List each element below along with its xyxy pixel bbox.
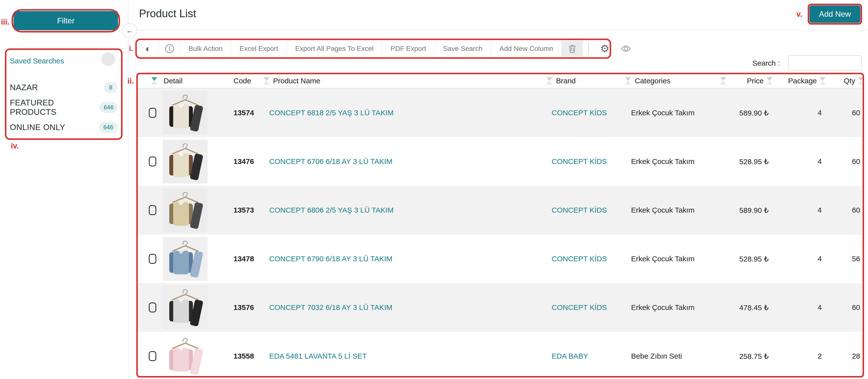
filter-funnel-icon[interactable] (720, 77, 726, 85)
visibility-button[interactable] (615, 40, 637, 57)
filter-button[interactable]: Filter (13, 11, 118, 30)
filter-funnel-icon[interactable] (625, 77, 631, 85)
saved-searches-collapse-button[interactable] (101, 53, 115, 66)
package-value: 4 (773, 206, 826, 214)
qty-value: 60 (826, 157, 864, 166)
saved-search-item-online-only[interactable]: ONLINE ONLY 646 (10, 120, 118, 134)
brand-link[interactable]: CONCEPT KİDS (552, 303, 607, 312)
pdf-export-button[interactable]: PDF Export (382, 40, 435, 57)
category-label: Erkek Çocuk Takım (625, 206, 718, 214)
brand-link[interactable]: CONCEPT KİDS (552, 109, 607, 117)
column-header-brand[interactable]: Brand (546, 77, 625, 85)
saved-search-label: NAZAR (10, 83, 38, 92)
annotation-label-iv: iv. (11, 142, 19, 150)
row-checkbox[interactable] (149, 157, 156, 166)
category-label: Erkek Çocuk Takım (625, 109, 718, 117)
package-value: 4 (773, 303, 826, 312)
product-image[interactable] (163, 91, 208, 135)
saved-search-label: ONLINE ONLY (10, 123, 65, 132)
table-row: 13478 CONCEPT 6790 6/18 AY 3 LÜ TAKIM CO… (138, 235, 864, 283)
add-new-column-button[interactable]: Add New Column (491, 40, 562, 57)
product-code: 13574 (229, 109, 263, 117)
table-row: 13573 CONCEPT 6806 2/5 YAŞ 3 LÜ TAKIM CO… (138, 186, 864, 235)
package-value: 4 (773, 109, 826, 117)
collapse-sidebar-button[interactable]: ← (122, 23, 137, 38)
product-table: Detail Code Product Name Brand Categorie… (138, 74, 864, 378)
filter-funnel-icon[interactable] (819, 77, 826, 85)
row-checkbox[interactable] (149, 108, 156, 118)
table-body: 13574 CONCEPT 6818 2/5 YAŞ 3 LÜ TAKIM CO… (138, 89, 864, 378)
filter-funnel-icon[interactable] (858, 77, 864, 85)
excel-export-button[interactable]: Excel Export (231, 40, 287, 57)
gear-icon: ⚙ (600, 43, 610, 54)
column-header-price[interactable]: Price (718, 77, 773, 85)
price-value: 528.95 ₺ (718, 157, 773, 166)
annotation-label-v: v. (797, 10, 802, 19)
product-image[interactable] (163, 140, 208, 183)
settings-button[interactable]: ⚙ (594, 40, 615, 57)
row-checkbox[interactable] (149, 205, 156, 215)
product-name-link[interactable]: EDA 5481 LAVANTA 5 Lİ SET (269, 352, 367, 360)
price-value: 528.95 ₺ (718, 255, 773, 263)
column-header-categories[interactable]: Categories (625, 77, 718, 85)
column-header-qty[interactable]: Qty (826, 77, 864, 85)
filter-funnel-icon[interactable] (766, 77, 773, 85)
product-image[interactable] (163, 237, 208, 281)
product-name-link[interactable]: CONCEPT 6818 2/5 YAŞ 3 LÜ TAKIM (269, 109, 394, 117)
package-value: 4 (773, 255, 826, 263)
toggle-outline-button[interactable] (159, 40, 180, 57)
price-value: 258.75 ₺ (718, 352, 773, 360)
category-label: Erkek Çocuk Takım (625, 255, 718, 263)
bulk-action-button[interactable]: Bulk Action (180, 40, 231, 57)
page-title: Product List (139, 7, 196, 20)
save-search-button[interactable]: Save Search (435, 40, 491, 57)
category-label: Bebe Zıbın Seti (625, 352, 718, 360)
toggle-half-icon: ◐ (146, 44, 151, 53)
product-name-link[interactable]: CONCEPT 6790 6/18 AY 3 LÜ TAKIM (269, 255, 393, 263)
row-checkbox[interactable] (149, 254, 156, 264)
table-row: 13476 CONCEPT 6706 6/18 AY 3 LÜ TAKIM CO… (138, 137, 864, 186)
brand-link[interactable]: CONCEPT KİDS (552, 255, 607, 263)
qty-value: 60 (826, 206, 864, 214)
toggle-outline-icon (165, 44, 174, 53)
saved-search-count-badge: 8 (104, 82, 118, 93)
filter-funnel-icon[interactable] (546, 77, 553, 85)
product-code: 13576 (229, 303, 263, 312)
toggle-half-button[interactable]: ◐ (138, 40, 159, 57)
product-image[interactable] (163, 188, 208, 232)
qty-value: 56 (826, 255, 864, 263)
search-input[interactable] (788, 55, 862, 71)
row-checkbox[interactable] (149, 351, 156, 361)
product-code: 13478 (229, 255, 263, 263)
export-all-pages-button[interactable]: Export All Pages To Excel (287, 40, 382, 57)
brand-link[interactable]: CONCEPT KİDS (552, 206, 607, 214)
saved-search-item-nazar[interactable]: NAZAR 8 (10, 81, 118, 94)
search-label: Search : (752, 59, 780, 67)
product-name-link[interactable]: CONCEPT 6806 2/5 YAŞ 3 LÜ TAKIM (269, 206, 394, 214)
product-image[interactable] (163, 286, 208, 329)
annotation-label-i: i. (129, 44, 133, 53)
add-new-button[interactable]: Add New (809, 5, 860, 23)
annotation-label-ii: ii. (127, 77, 134, 85)
brand-link[interactable]: EDA BABY (552, 352, 588, 360)
column-header-product-name[interactable]: Product Name (263, 77, 546, 85)
price-value: 589.90 ₺ (718, 206, 773, 214)
back-arrow-icon: ← (126, 26, 133, 35)
product-name-link[interactable]: CONCEPT 6706 6/18 AY 3 LÜ TAKIM (269, 157, 393, 166)
saved-search-item-featured[interactable]: FEATURED PRODUCTS 646 (10, 101, 118, 114)
brand-link[interactable]: CONCEPT KİDS (552, 157, 607, 166)
filter-funnel-icon[interactable] (263, 77, 270, 85)
filter-funnel-icon[interactable] (151, 77, 157, 85)
column-header-detail[interactable]: Detail (162, 77, 229, 85)
column-header-package[interactable]: Package (773, 77, 826, 85)
column-header-code[interactable]: Code (229, 77, 263, 85)
row-checkbox[interactable] (149, 303, 156, 312)
trash-icon (568, 44, 577, 54)
delete-button[interactable] (562, 40, 583, 57)
category-label: Erkek Çocuk Takım (625, 303, 718, 312)
saved-searches-title: Saved Searches (10, 57, 64, 65)
product-image[interactable] (163, 334, 208, 378)
header-divider (128, 30, 868, 31)
eye-icon (621, 45, 631, 53)
product-name-link[interactable]: CONCEPT 7032 6/18 AY 3 LÜ TAKIM (269, 303, 393, 312)
